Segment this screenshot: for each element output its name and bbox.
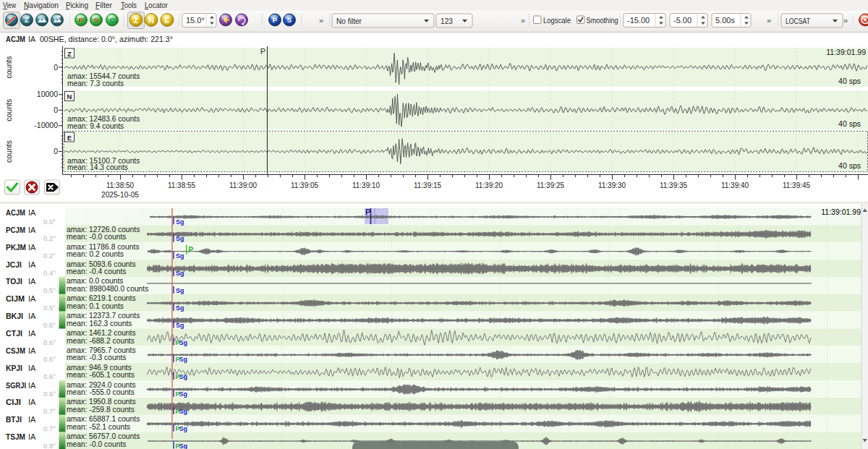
svg-text:ACJM: ACJM <box>6 35 25 43</box>
svg-text:0.6°: 0.6° <box>43 355 56 363</box>
svg-text:CIJM: CIJM <box>6 294 25 303</box>
svg-text:P: P <box>365 208 370 216</box>
svg-text:0.4°: 0.4° <box>43 269 56 277</box>
svg-text:»: » <box>319 16 323 25</box>
svg-text:amax: 11786.8 counts: amax: 11786.8 counts <box>67 243 140 251</box>
svg-text:Sg: Sg <box>179 425 188 432</box>
svg-text:amax: 1461.2 counts: amax: 1461.2 counts <box>67 329 136 337</box>
svg-text:11:38:50: 11:38:50 <box>106 181 134 189</box>
svg-text:11:39:40: 11:39:40 <box>721 181 749 189</box>
svg-text:10000: 10000 <box>37 90 58 98</box>
svg-text:PKJM: PKJM <box>6 243 26 252</box>
svg-text:IA: IA <box>28 208 36 217</box>
svg-text:0.7°: 0.7° <box>43 407 56 415</box>
svg-text:mean: -0.0 counts: mean: -0.0 counts <box>67 440 126 448</box>
svg-text:Tools: Tools <box>121 1 137 9</box>
svg-text:amax: 12726.0 counts: amax: 12726.0 counts <box>67 226 140 234</box>
svg-text:IA: IA <box>28 312 36 320</box>
svg-text:amax: 1950.8 counts: amax: 1950.8 counts <box>67 398 136 406</box>
svg-text:IA: IA <box>28 329 36 338</box>
svg-text:TSJM: TSJM <box>6 432 25 441</box>
svg-text:amax: 5093.6 counts: amax: 5093.6 counts <box>67 260 136 268</box>
svg-text:Z: Z <box>25 16 29 24</box>
svg-text:IA: IA <box>28 260 36 269</box>
svg-text:11:39:45: 11:39:45 <box>783 181 810 189</box>
svg-text:Sg: Sg <box>176 218 184 226</box>
svg-text:P: P <box>79 16 84 24</box>
svg-text:Z: Z <box>67 50 72 58</box>
svg-text:0.6°: 0.6° <box>43 390 56 398</box>
svg-text:0: 0 <box>54 63 58 72</box>
svg-text:N: N <box>67 93 72 101</box>
svg-text:»: » <box>521 16 525 25</box>
svg-text:mean: 162.3 counts: mean: 162.3 counts <box>67 320 132 328</box>
svg-text:TOJI: TOJI <box>6 277 22 286</box>
svg-text:11:39:01.99: 11:39:01.99 <box>826 48 866 56</box>
svg-text:IA: IA <box>28 432 36 441</box>
svg-text:0.8°: 0.8° <box>43 442 56 449</box>
svg-text:11:39:30: 11:39:30 <box>598 181 626 189</box>
svg-text:11:38:55: 11:38:55 <box>168 181 195 189</box>
svg-text:0.5°: 0.5° <box>43 304 56 312</box>
svg-text:mean: 0.2 counts: mean: 0.2 counts <box>67 250 124 258</box>
svg-text:amax: 56757.0 counts: amax: 56757.0 counts <box>67 432 140 440</box>
svg-text:SGRJI: SGRJI <box>6 381 26 390</box>
svg-text:0.5°: 0.5° <box>43 286 56 294</box>
svg-text:mean: 14.3 counts: mean: 14.3 counts <box>67 163 128 171</box>
svg-text:P: P <box>189 246 194 254</box>
svg-text:mean: 7.3 counts: mean: 7.3 counts <box>67 80 124 87</box>
svg-text:ACJM: ACJM <box>6 208 25 217</box>
svg-text:Logscale: Logscale <box>543 16 571 25</box>
svg-text:0: 0 <box>54 147 58 155</box>
svg-text:»: » <box>843 16 848 25</box>
svg-text:LOCSAT: LOCSAT <box>786 17 810 25</box>
svg-text:S: S <box>287 16 292 24</box>
svg-text:Locator: Locator <box>145 1 168 9</box>
svg-text:Sg: Sg <box>179 373 188 380</box>
svg-text:CIJI: CIJI <box>6 398 21 406</box>
svg-text:0.6°: 0.6° <box>43 338 56 346</box>
svg-text:amax: 12373.7 counts: amax: 12373.7 counts <box>67 312 140 320</box>
svg-text:11:39:20: 11:39:20 <box>475 181 503 189</box>
svg-text:Sg: Sg <box>176 287 184 294</box>
svg-text:JCJI: JCJI <box>6 260 22 269</box>
svg-text:IA 00SHE, distance: 0.0°, azi: IA 00SHE, distance: 0.0°, azimuth: 221.3… <box>28 35 173 43</box>
svg-text:Sg: Sg <box>176 270 184 277</box>
svg-text:11:39:25: 11:39:25 <box>537 181 564 189</box>
svg-text:C: C <box>110 16 115 24</box>
svg-text:mean: -0.3 counts: mean: -0.3 counts <box>67 354 126 362</box>
svg-text:11:39:15: 11:39:15 <box>414 181 441 189</box>
svg-text:Filter: Filter <box>95 1 112 9</box>
svg-text:15.0°: 15.0° <box>186 16 205 25</box>
svg-text:amax: 2924.0 counts: amax: 2924.0 counts <box>67 381 136 389</box>
svg-text:Sg: Sg <box>176 252 184 260</box>
svg-text:counts: counts <box>4 140 13 163</box>
svg-text:P: P <box>260 47 265 56</box>
svg-text:amax: 15544.7 counts: amax: 15544.7 counts <box>67 208 140 216</box>
svg-text:11:39:35: 11:39:35 <box>660 181 687 189</box>
svg-text:BTJI: BTJI <box>6 415 22 424</box>
svg-text:40 sps: 40 sps <box>838 161 861 170</box>
svg-text:N: N <box>148 16 154 25</box>
svg-text:0.2°: 0.2° <box>43 234 56 242</box>
svg-text:Smoothing: Smoothing <box>587 16 618 25</box>
svg-text:IA: IA <box>28 381 36 390</box>
svg-text:counts: counts <box>4 56 13 79</box>
svg-text:amax: 0.0 counts: amax: 0.0 counts <box>67 277 123 285</box>
svg-text:mean: -0.4 counts: mean: -0.4 counts <box>67 268 126 275</box>
svg-text:mean: -259.8 counts: mean: -259.8 counts <box>67 406 135 414</box>
svg-text:IA: IA <box>28 277 36 286</box>
svg-text:amax: 7965.7 counts: amax: 7965.7 counts <box>67 346 136 354</box>
svg-text:S: S <box>94 16 98 24</box>
svg-text:IA: IA <box>28 415 36 424</box>
svg-text:Navigation: Navigation <box>24 1 59 9</box>
svg-text:amax: 946.9 counts: amax: 946.9 counts <box>67 364 132 372</box>
svg-text:11:39:00: 11:39:00 <box>229 181 257 189</box>
svg-text:2025-10-05: 2025-10-05 <box>101 190 139 199</box>
svg-text:KPJI: KPJI <box>6 364 22 372</box>
svg-text:Sg: Sg <box>179 339 188 346</box>
svg-text:11:39:05: 11:39:05 <box>291 181 318 189</box>
svg-text:mean: 8980480.0 counts: mean: 8980480.0 counts <box>67 285 148 293</box>
svg-text:IA: IA <box>28 243 36 252</box>
svg-text:IA: IA <box>28 364 36 372</box>
